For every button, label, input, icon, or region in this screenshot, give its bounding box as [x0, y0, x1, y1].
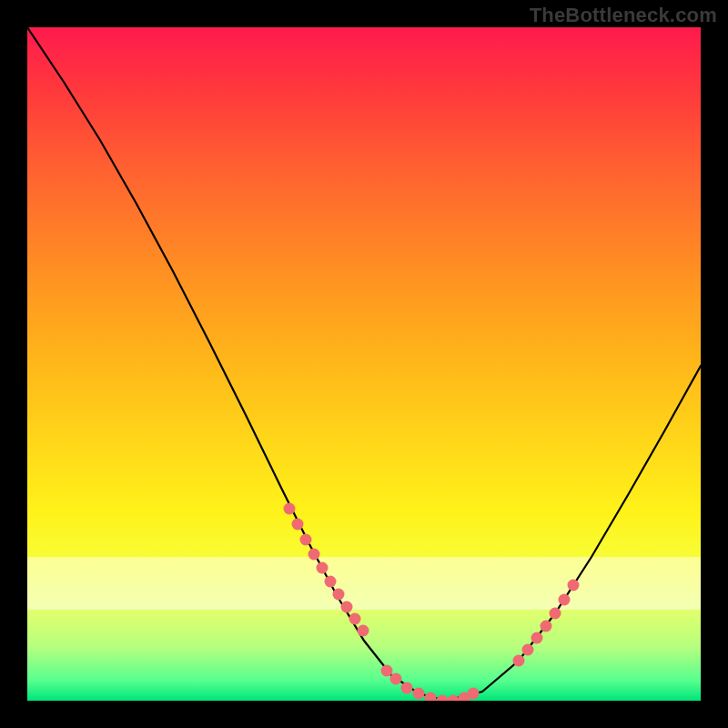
main-curve [27, 27, 701, 701]
chart-frame: TheBottleneck.com [0, 0, 728, 728]
dots-valley-dot [425, 693, 437, 702]
dots-left-descent-dot [333, 589, 345, 601]
dots-right-ascent-dot [531, 632, 543, 644]
dots-right-ascent-dot [559, 594, 571, 606]
dots-left-descent-dot [349, 613, 361, 625]
dots-left-descent-dot [292, 519, 304, 531]
dots-left-descent-dot [300, 534, 312, 546]
dots-right-ascent-dot [513, 655, 525, 667]
dots-right-ascent-dot [522, 644, 534, 656]
dots-valley-dot [413, 688, 425, 700]
dots-left-descent-dot [325, 576, 337, 588]
dots-left-descent-dot [317, 562, 329, 574]
plot-area [27, 27, 701, 701]
dots-right-ascent-dot [568, 580, 580, 592]
dot-overlay [284, 503, 580, 702]
dots-valley-dot [437, 695, 449, 702]
dots-right-ascent-dot [550, 608, 561, 620]
dots-valley-dot [448, 695, 460, 702]
dots-left-descent-dot [341, 602, 353, 613]
curve-layer [27, 27, 701, 701]
dots-valley-dot [381, 665, 393, 677]
dots-right-ascent-dot [541, 621, 552, 632]
dots-valley-dot [468, 688, 480, 700]
dots-left-descent-dot [308, 549, 320, 561]
watermark-text: TheBottleneck.com [530, 4, 717, 27]
dots-left-descent-dot [284, 503, 296, 515]
dots-valley-dot [401, 682, 413, 694]
dots-valley-dot [390, 673, 402, 685]
dots-left-descent-dot [358, 625, 369, 637]
